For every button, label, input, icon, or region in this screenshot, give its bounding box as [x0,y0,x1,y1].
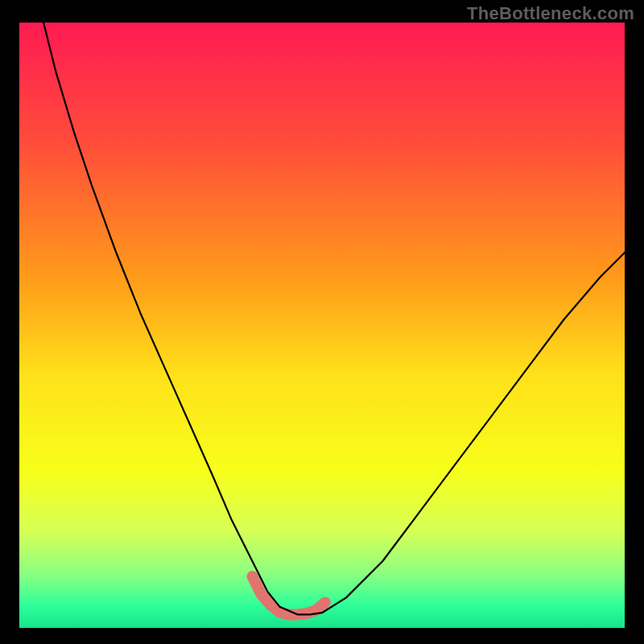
watermark-text: TheBottleneck.com [467,3,634,24]
plot-area [19,23,625,628]
gradient-background [19,23,625,628]
chart-frame: TheBottleneck.com [0,0,644,644]
bottleneck-chart [19,23,625,628]
